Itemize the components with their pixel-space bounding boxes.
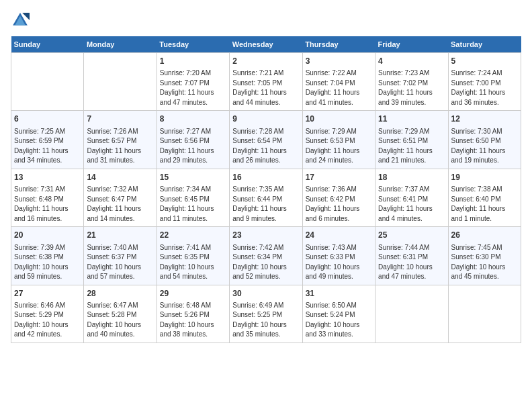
day-detail: Sunrise: 7:27 AMSunset: 6:56 PMDaylight:…	[160, 127, 226, 166]
day-detail: Sunrise: 7:21 AMSunset: 7:05 PMDaylight:…	[232, 68, 299, 107]
day-detail: Sunrise: 7:41 AMSunset: 6:35 PMDaylight:…	[160, 243, 226, 282]
day-number: 5	[451, 56, 518, 67]
day-detail: Sunrise: 7:37 AMSunset: 6:41 PMDaylight:…	[378, 185, 445, 224]
calendar-cell: 10Sunrise: 7:29 AMSunset: 6:53 PMDayligh…	[302, 111, 375, 169]
day-number: 7	[87, 113, 153, 125]
day-number: 24	[306, 230, 372, 241]
calendar-cell: 28Sunrise: 6:47 AMSunset: 5:28 PMDayligh…	[84, 285, 157, 342]
calendar-cell: 16Sunrise: 7:35 AMSunset: 6:44 PMDayligh…	[230, 169, 302, 226]
day-detail: Sunrise: 7:34 AMSunset: 6:45 PMDaylight:…	[160, 185, 226, 224]
header-tuesday: Tuesday	[157, 36, 229, 53]
day-number: 31	[306, 288, 372, 300]
calendar-cell: 29Sunrise: 6:48 AMSunset: 5:26 PMDayligh…	[157, 285, 229, 342]
header-saturday: Saturday	[448, 36, 521, 53]
day-detail: Sunrise: 7:42 AMSunset: 6:34 PMDaylight:…	[232, 243, 299, 282]
day-detail: Sunrise: 7:25 AMSunset: 6:59 PMDaylight:…	[14, 127, 81, 166]
day-number: 4	[378, 56, 445, 67]
day-number: 22	[160, 230, 226, 241]
day-number: 10	[306, 113, 372, 125]
calendar-cell: 15Sunrise: 7:34 AMSunset: 6:45 PMDayligh…	[157, 169, 229, 226]
page-header	[11, 11, 521, 30]
day-number: 2	[232, 56, 299, 67]
day-number: 11	[378, 113, 445, 125]
logo	[11, 11, 32, 30]
day-detail: Sunrise: 7:43 AMSunset: 6:33 PMDaylight:…	[306, 243, 372, 282]
calendar-cell: 12Sunrise: 7:30 AMSunset: 6:50 PMDayligh…	[448, 111, 521, 169]
day-number: 17	[306, 172, 372, 183]
logo-icon	[11, 11, 30, 30]
day-detail: Sunrise: 7:29 AMSunset: 6:53 PMDaylight:…	[306, 127, 372, 166]
day-number: 19	[451, 172, 518, 183]
calendar-cell: 2Sunrise: 7:21 AMSunset: 7:05 PMDaylight…	[230, 53, 302, 111]
day-number: 26	[451, 230, 518, 241]
day-detail: Sunrise: 7:29 AMSunset: 6:51 PMDaylight:…	[378, 127, 445, 166]
calendar-cell: 25Sunrise: 7:44 AMSunset: 6:31 PMDayligh…	[375, 227, 448, 285]
calendar-cell: 1Sunrise: 7:20 AMSunset: 7:07 PMDaylight…	[157, 53, 229, 111]
header-friday: Friday	[375, 36, 448, 53]
calendar-week-row: 27Sunrise: 6:46 AMSunset: 5:29 PMDayligh…	[11, 285, 521, 342]
calendar-cell: 27Sunrise: 6:46 AMSunset: 5:29 PMDayligh…	[11, 285, 84, 342]
day-number: 29	[160, 288, 226, 300]
day-detail: Sunrise: 7:22 AMSunset: 7:04 PMDaylight:…	[306, 68, 372, 107]
day-detail: Sunrise: 6:48 AMSunset: 5:26 PMDaylight:…	[160, 301, 226, 340]
calendar-cell: 22Sunrise: 7:41 AMSunset: 6:35 PMDayligh…	[157, 227, 229, 285]
calendar-cell: 20Sunrise: 7:39 AMSunset: 6:38 PMDayligh…	[11, 227, 84, 285]
calendar-cell: 23Sunrise: 7:42 AMSunset: 6:34 PMDayligh…	[230, 227, 302, 285]
day-number: 1	[160, 56, 226, 67]
day-number: 18	[378, 172, 445, 183]
day-number: 8	[160, 113, 226, 125]
day-number: 3	[306, 56, 372, 67]
day-detail: Sunrise: 7:40 AMSunset: 6:37 PMDaylight:…	[87, 243, 153, 282]
calendar-cell: 4Sunrise: 7:23 AMSunset: 7:02 PMDaylight…	[375, 53, 448, 111]
calendar-cell: 7Sunrise: 7:26 AMSunset: 6:57 PMDaylight…	[84, 111, 157, 169]
calendar-cell: 11Sunrise: 7:29 AMSunset: 6:51 PMDayligh…	[375, 111, 448, 169]
calendar-cell: 6Sunrise: 7:25 AMSunset: 6:59 PMDaylight…	[11, 111, 84, 169]
day-number: 9	[232, 113, 299, 125]
day-number: 16	[232, 172, 299, 183]
day-number: 28	[87, 288, 153, 300]
header-wednesday: Wednesday	[230, 36, 302, 53]
day-detail: Sunrise: 7:38 AMSunset: 6:40 PMDaylight:…	[451, 185, 518, 224]
day-number: 14	[87, 172, 153, 183]
calendar-cell: 24Sunrise: 7:43 AMSunset: 6:33 PMDayligh…	[302, 227, 375, 285]
day-detail: Sunrise: 6:49 AMSunset: 5:25 PMDaylight:…	[232, 301, 299, 340]
day-detail: Sunrise: 7:44 AMSunset: 6:31 PMDaylight:…	[378, 243, 445, 282]
day-number: 15	[160, 172, 226, 183]
day-detail: Sunrise: 7:30 AMSunset: 6:50 PMDaylight:…	[451, 127, 518, 166]
calendar-cell: 31Sunrise: 6:50 AMSunset: 5:24 PMDayligh…	[302, 285, 375, 342]
day-detail: Sunrise: 7:32 AMSunset: 6:47 PMDaylight:…	[87, 185, 153, 224]
calendar-cell	[84, 53, 157, 111]
calendar-table: SundayMondayTuesdayWednesdayThursdayFrid…	[11, 36, 521, 343]
day-detail: Sunrise: 6:47 AMSunset: 5:28 PMDaylight:…	[87, 301, 153, 340]
calendar-week-row: 20Sunrise: 7:39 AMSunset: 6:38 PMDayligh…	[11, 227, 521, 285]
calendar-cell: 14Sunrise: 7:32 AMSunset: 6:47 PMDayligh…	[84, 169, 157, 226]
calendar-week-row: 1Sunrise: 7:20 AMSunset: 7:07 PMDaylight…	[11, 53, 521, 111]
calendar-cell: 8Sunrise: 7:27 AMSunset: 6:56 PMDaylight…	[157, 111, 229, 169]
calendar-week-row: 6Sunrise: 7:25 AMSunset: 6:59 PMDaylight…	[11, 111, 521, 169]
day-detail: Sunrise: 7:31 AMSunset: 6:48 PMDaylight:…	[14, 185, 81, 224]
day-detail: Sunrise: 7:45 AMSunset: 6:30 PMDaylight:…	[451, 243, 518, 282]
day-detail: Sunrise: 7:28 AMSunset: 6:54 PMDaylight:…	[232, 127, 299, 166]
day-detail: Sunrise: 7:20 AMSunset: 7:07 PMDaylight:…	[160, 68, 226, 107]
calendar-cell: 3Sunrise: 7:22 AMSunset: 7:04 PMDaylight…	[302, 53, 375, 111]
calendar-cell: 30Sunrise: 6:49 AMSunset: 5:25 PMDayligh…	[230, 285, 302, 342]
calendar-cell	[11, 53, 84, 111]
day-detail: Sunrise: 7:36 AMSunset: 6:42 PMDaylight:…	[306, 185, 372, 224]
day-number: 23	[232, 230, 299, 241]
calendar-cell: 5Sunrise: 7:24 AMSunset: 7:00 PMDaylight…	[448, 53, 521, 111]
day-detail: Sunrise: 7:24 AMSunset: 7:00 PMDaylight:…	[451, 68, 518, 107]
calendar-cell	[375, 285, 448, 342]
day-detail: Sunrise: 7:39 AMSunset: 6:38 PMDaylight:…	[14, 243, 81, 282]
day-number: 27	[14, 288, 81, 300]
calendar-cell: 19Sunrise: 7:38 AMSunset: 6:40 PMDayligh…	[448, 169, 521, 226]
day-number: 12	[451, 113, 518, 125]
day-number: 20	[14, 230, 81, 241]
day-number: 13	[14, 172, 81, 183]
day-number: 21	[87, 230, 153, 241]
day-detail: Sunrise: 7:23 AMSunset: 7:02 PMDaylight:…	[378, 68, 445, 107]
calendar-cell: 13Sunrise: 7:31 AMSunset: 6:48 PMDayligh…	[11, 169, 84, 226]
day-number: 30	[232, 288, 299, 300]
calendar-cell: 21Sunrise: 7:40 AMSunset: 6:37 PMDayligh…	[84, 227, 157, 285]
header-thursday: Thursday	[302, 36, 375, 53]
day-detail: Sunrise: 6:50 AMSunset: 5:24 PMDaylight:…	[306, 301, 372, 340]
